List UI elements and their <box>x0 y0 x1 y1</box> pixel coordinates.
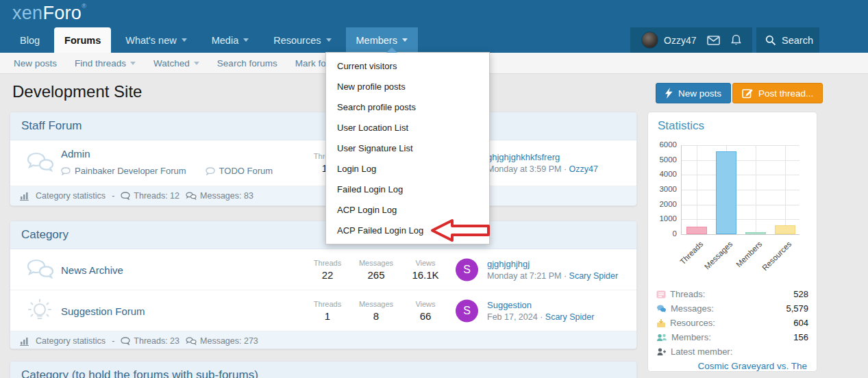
new-posts-button[interactable]: New posts <box>656 83 731 103</box>
stat-label: Threads <box>308 300 347 308</box>
search-button[interactable]: Search <box>756 27 819 53</box>
tab-blog[interactable]: Blog <box>10 27 50 53</box>
latest-member-link[interactable]: Cosmic Graveyard vs. The <box>697 361 807 371</box>
threads-list-icon <box>656 290 666 299</box>
subnav-item-watched[interactable]: Watched <box>153 58 199 68</box>
forum-row: Admin Painbaker Developer Forum TODO For… <box>10 140 636 186</box>
avatar[interactable]: S <box>456 258 478 281</box>
new-posts-label: New posts <box>678 88 721 99</box>
stat-label: Resources: <box>670 318 715 328</box>
tab-forums[interactable]: Forums <box>54 27 111 53</box>
menu-item-search-profile-posts[interactable]: Search profile posts <box>326 97 489 118</box>
logo-part-xen: xen <box>12 3 42 23</box>
avatar[interactable]: S <box>456 299 478 322</box>
stat-value: 528 <box>793 289 808 299</box>
subforum-link[interactable]: TODO Forum <box>206 166 273 176</box>
subnav-item-find-threads[interactable]: Find threads <box>75 58 136 68</box>
forum-link-admin[interactable]: Admin <box>61 148 90 160</box>
chart-plot-area <box>681 145 799 235</box>
search-icon <box>765 35 776 46</box>
tab-label: Resources <box>273 35 321 46</box>
tab-label: Forums <box>64 35 101 46</box>
messages-stat: Messages 265 <box>357 259 395 281</box>
stat-label: Messages <box>357 259 395 267</box>
gridline <box>785 145 786 234</box>
stat-value: 265 <box>357 269 395 281</box>
forum-link-news-archive[interactable]: News Archive <box>61 264 123 275</box>
user-area[interactable]: Ozzy47 <box>630 27 752 53</box>
y-axis-tick-label: 0 <box>649 229 677 238</box>
menu-item-user-signature-list[interactable]: User Signature List <box>326 138 489 159</box>
category-header[interactable]: Category <box>10 221 636 249</box>
subforum-list: Painbaker Developer Forum TODO Forum <box>61 166 273 176</box>
chevron-down-icon <box>402 38 408 42</box>
chevron-down-icon <box>182 38 187 42</box>
threads-stat: Threads 1 <box>308 300 347 322</box>
bell-icon[interactable] <box>731 34 741 46</box>
subnav-item-new-posts[interactable]: New posts <box>14 58 57 68</box>
top-navbar: xenForo® BlogForumsWhat's newMediaResour… <box>0 0 868 53</box>
menu-item-login-log[interactable]: Login Log <box>326 159 489 179</box>
subnav-item-search-forums[interactable]: Search forums <box>217 58 277 68</box>
menu-item-failed-login-log[interactable]: Failed Login Log <box>326 179 489 200</box>
stat-label: Latest member: <box>671 346 732 357</box>
tab-label: Media <box>212 35 239 46</box>
lightbulb-icon <box>27 299 53 323</box>
latest-post-user-link[interactable]: Scary Spider <box>569 271 619 281</box>
bottom-category-header[interactable]: Category (to hold the forums with sub-fo… <box>10 362 636 378</box>
stat-label: Messages: <box>671 303 714 314</box>
messages-count: Messages: 273 <box>186 336 258 346</box>
latest-post: ghjghjghkhkfsfrerg Monday at 3:59 PM · O… <box>487 152 598 174</box>
avatar[interactable] <box>641 32 658 49</box>
stat-value: 8 <box>357 310 395 322</box>
menu-item-user-location-list[interactable]: User Location List <box>326 118 489 138</box>
resources-box-icon <box>656 318 666 328</box>
tab-what-s-new[interactable]: What's new <box>115 27 197 53</box>
chevron-down-icon <box>130 62 136 65</box>
category-block: Category News Archive Threads 22 Message… <box>10 220 637 349</box>
statistics-sidebar: Statistics 0100020003000400050006000Thre… <box>647 112 817 372</box>
y-axis-tick-label: 6000 <box>649 140 677 149</box>
dash: - <box>112 336 114 346</box>
latest-post-link[interactable]: ghjghjghkhkfsfrerg <box>487 152 598 162</box>
stat-label: Threads <box>308 259 347 267</box>
stat-value: 1 <box>308 310 347 322</box>
latest-post-time: Feb 17, 2024 <box>487 312 538 322</box>
tab-members[interactable]: Members <box>346 27 418 53</box>
latest-post-user-link[interactable]: Scary Spider <box>545 312 595 322</box>
forum-link-suggestion-forum[interactable]: Suggestion Forum <box>61 305 145 316</box>
threads-count-label: Threads: 23 <box>134 336 179 346</box>
messages-count-label: Messages: 83 <box>200 191 253 201</box>
main-tabs: BlogForumsWhat's newMediaResourcesMember… <box>10 27 422 53</box>
latest-post-meta: Monday at 7:21 PM · Scary Spider <box>487 271 618 281</box>
stat-label: Views <box>406 300 445 308</box>
latest-post-link[interactable]: gjghjghjhgj <box>487 259 618 269</box>
messages-count-label: Messages: 273 <box>200 336 258 346</box>
username-label[interactable]: Ozzy47 <box>664 35 696 46</box>
bar-chart-icon <box>20 192 29 201</box>
latest-post-link[interactable]: Suggestion <box>487 300 594 310</box>
dropdown-beak <box>386 47 397 53</box>
envelope-icon[interactable] <box>707 36 720 45</box>
gridline <box>682 190 799 190</box>
stat-row-messages: Messages: 5,579 <box>648 301 818 316</box>
category-statistics-footer: Category statistics - Threads: 23 Messag… <box>10 331 636 349</box>
statistics-title: Statistics <box>658 119 704 133</box>
latest-post-meta: Monday at 3:59 PM · Ozzy47 <box>487 164 598 174</box>
threads-stat: Threads 22 <box>308 259 347 281</box>
xenforo-logo[interactable]: xenForo® <box>12 3 86 24</box>
staff-forum-header[interactable]: Staff Forum <box>10 112 636 140</box>
x-axis-tick-label: Resources <box>760 240 793 272</box>
stat-value: 156 <box>793 332 808 342</box>
post-thread-button[interactable]: Post thread... <box>732 83 823 103</box>
tab-label: What's new <box>125 35 177 46</box>
menu-item-current-visitors[interactable]: Current visitors <box>326 56 489 77</box>
members-dropdown-menu: Current visitorsNew profile postsSearch … <box>325 52 490 244</box>
tab-media[interactable]: Media <box>201 27 260 53</box>
menu-item-new-profile-posts[interactable]: New profile posts <box>326 77 489 97</box>
subforum-link[interactable]: Painbaker Developer Forum <box>61 166 186 176</box>
latest-post-user-link[interactable]: Ozzy47 <box>569 164 598 174</box>
bar-resources <box>775 225 795 234</box>
tab-resources[interactable]: Resources <box>263 27 341 53</box>
gridline <box>682 175 799 175</box>
